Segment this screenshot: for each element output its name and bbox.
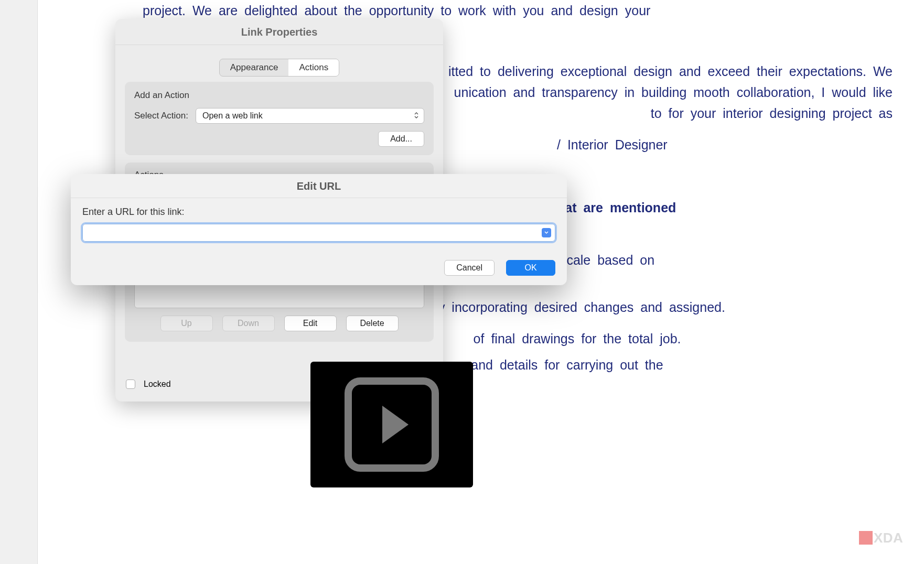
- doc-paragraph-1: project. We are delighted about the oppo…: [143, 0, 893, 21]
- xda-watermark: XDA: [859, 527, 917, 548]
- edit-url-dialog: Edit URL Enter a URL for this link: Canc…: [71, 174, 567, 285]
- tab-appearance[interactable]: Appearance: [220, 59, 289, 76]
- play-frame: [345, 377, 439, 472]
- xda-logo-icon: [859, 531, 873, 545]
- locked-checkbox[interactable]: [126, 379, 135, 389]
- sidebar-gutter: [0, 0, 38, 564]
- down-button[interactable]: Down: [222, 316, 275, 331]
- add-button[interactable]: Add...: [378, 131, 424, 147]
- select-action-value: Open a web link: [202, 111, 263, 121]
- tabs-segmented: Appearance Actions: [125, 59, 434, 77]
- doc-item-3-right: of final drawings for the total job.: [474, 331, 681, 346]
- delete-button[interactable]: Delete: [346, 316, 399, 331]
- edit-url-title: Edit URL: [71, 174, 567, 198]
- up-button[interactable]: Up: [160, 316, 213, 331]
- edit-button[interactable]: Edit: [284, 316, 337, 331]
- select-action-label: Select Action:: [134, 111, 188, 121]
- dialog-title: Link Properties: [115, 19, 443, 45]
- edit-url-cancel-button[interactable]: Cancel: [444, 260, 495, 276]
- tab-actions[interactable]: Actions: [288, 59, 339, 76]
- play-icon: [382, 406, 409, 443]
- edit-url-label: Enter a URL for this link:: [82, 207, 555, 218]
- video-play-overlay[interactable]: [310, 362, 473, 487]
- url-input[interactable]: [82, 224, 555, 242]
- edit-url-ok-button[interactable]: OK: [506, 260, 555, 276]
- chevron-updown-icon: [414, 112, 418, 120]
- select-action-dropdown[interactable]: Open a web link: [196, 108, 424, 124]
- locked-label: Locked: [144, 379, 171, 389]
- doc-item-4-right: and details for carrying out the: [471, 357, 663, 372]
- dropdown-indicator-icon[interactable]: [542, 228, 551, 237]
- xda-text: XDA: [874, 530, 903, 546]
- add-action-group: Add an Action Select Action: Open a web …: [125, 82, 434, 155]
- add-action-title: Add an Action: [134, 90, 424, 101]
